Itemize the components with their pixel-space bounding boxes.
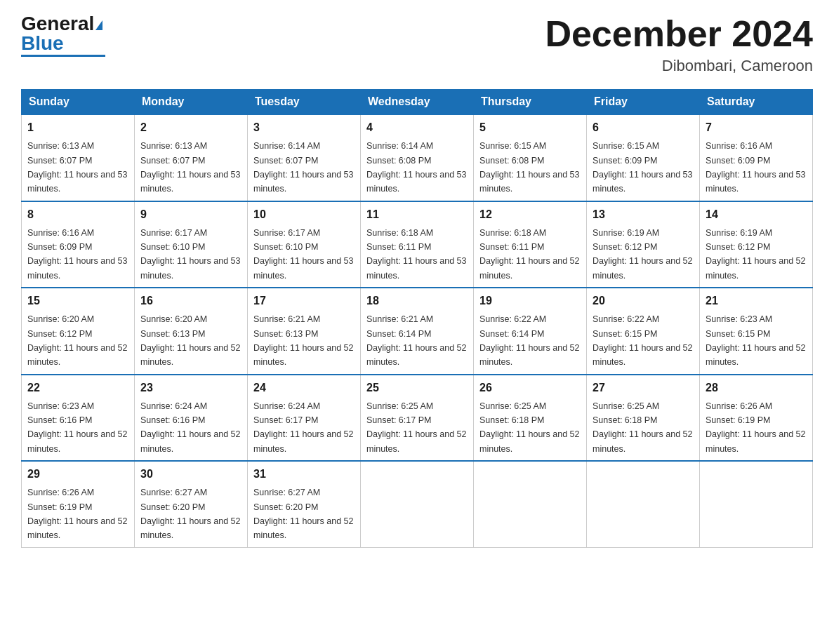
day-number: 20 (593, 293, 694, 309)
day-number: 17 (253, 293, 355, 309)
table-row: 21 Sunrise: 6:23 AMSunset: 6:15 PMDaylig… (700, 288, 813, 375)
day-info: Sunrise: 6:14 AMSunset: 6:07 PMDaylight:… (253, 141, 353, 194)
day-number: 2 (140, 119, 241, 136)
day-info: Sunrise: 6:16 AMSunset: 6:09 PMDaylight:… (27, 228, 127, 281)
table-row: 3 Sunrise: 6:14 AMSunset: 6:07 PMDayligh… (248, 114, 361, 201)
day-info: Sunrise: 6:16 AMSunset: 6:09 PMDaylight:… (706, 141, 805, 194)
day-info: Sunrise: 6:18 AMSunset: 6:11 PMDaylight:… (366, 228, 466, 281)
day-number: 3 (253, 119, 355, 136)
col-sunday: Sunday (22, 90, 135, 115)
calendar-week-row: 22 Sunrise: 6:23 AMSunset: 6:16 PMDaylig… (22, 375, 813, 462)
day-number: 4 (366, 119, 468, 136)
day-info: Sunrise: 6:23 AMSunset: 6:16 PMDaylight:… (27, 401, 127, 454)
table-row: 20 Sunrise: 6:22 AMSunset: 6:15 PMDaylig… (587, 288, 700, 375)
table-row: 18 Sunrise: 6:21 AMSunset: 6:14 PMDaylig… (361, 288, 474, 375)
day-info: Sunrise: 6:21 AMSunset: 6:14 PMDaylight:… (366, 314, 466, 367)
table-row: 27 Sunrise: 6:25 AMSunset: 6:18 PMDaylig… (587, 375, 700, 462)
day-number: 10 (253, 206, 355, 223)
day-info: Sunrise: 6:24 AMSunset: 6:17 PMDaylight:… (253, 401, 353, 454)
title-block: December 2024 Dibombari, Cameroon (545, 14, 813, 75)
day-number: 24 (253, 380, 355, 396)
day-number: 8 (27, 206, 128, 223)
table-row (361, 461, 474, 547)
day-number: 28 (706, 380, 807, 396)
table-row: 7 Sunrise: 6:16 AMSunset: 6:09 PMDayligh… (700, 114, 813, 201)
table-row: 26 Sunrise: 6:25 AMSunset: 6:18 PMDaylig… (474, 375, 587, 462)
day-number: 14 (706, 206, 807, 223)
day-info: Sunrise: 6:19 AMSunset: 6:12 PMDaylight:… (593, 228, 692, 281)
calendar-week-row: 8 Sunrise: 6:16 AMSunset: 6:09 PMDayligh… (22, 201, 813, 288)
day-info: Sunrise: 6:17 AMSunset: 6:10 PMDaylight:… (140, 228, 240, 281)
table-row: 17 Sunrise: 6:21 AMSunset: 6:13 PMDaylig… (248, 288, 361, 375)
table-row: 14 Sunrise: 6:19 AMSunset: 6:12 PMDaylig… (700, 201, 813, 288)
logo-triangle-icon (95, 20, 102, 30)
day-info: Sunrise: 6:21 AMSunset: 6:13 PMDaylight:… (253, 314, 353, 367)
month-title: December 2024 (545, 14, 813, 54)
calendar-week-row: 15 Sunrise: 6:20 AMSunset: 6:12 PMDaylig… (22, 288, 813, 375)
day-info: Sunrise: 6:25 AMSunset: 6:18 PMDaylight:… (593, 401, 692, 454)
day-number: 5 (479, 119, 581, 136)
day-info: Sunrise: 6:23 AMSunset: 6:15 PMDaylight:… (706, 314, 805, 367)
table-row: 10 Sunrise: 6:17 AMSunset: 6:10 PMDaylig… (248, 201, 361, 288)
table-row (700, 461, 813, 547)
location-title: Dibombari, Cameroon (545, 57, 813, 75)
table-row: 12 Sunrise: 6:18 AMSunset: 6:11 PMDaylig… (474, 201, 587, 288)
day-number: 15 (27, 293, 128, 309)
day-number: 11 (366, 206, 468, 223)
day-info: Sunrise: 6:15 AMSunset: 6:08 PMDaylight:… (479, 141, 579, 194)
day-number: 16 (140, 293, 241, 309)
day-number: 26 (479, 380, 581, 396)
table-row: 15 Sunrise: 6:20 AMSunset: 6:12 PMDaylig… (22, 288, 135, 375)
day-info: Sunrise: 6:27 AMSunset: 6:20 PMDaylight:… (140, 488, 240, 540)
day-number: 18 (366, 293, 468, 309)
table-row: 13 Sunrise: 6:19 AMSunset: 6:12 PMDaylig… (587, 201, 700, 288)
table-row: 11 Sunrise: 6:18 AMSunset: 6:11 PMDaylig… (361, 201, 474, 288)
day-info: Sunrise: 6:13 AMSunset: 6:07 PMDaylight:… (140, 141, 240, 194)
table-row: 16 Sunrise: 6:20 AMSunset: 6:13 PMDaylig… (135, 288, 248, 375)
day-info: Sunrise: 6:20 AMSunset: 6:13 PMDaylight:… (140, 314, 240, 367)
table-row: 19 Sunrise: 6:22 AMSunset: 6:14 PMDaylig… (474, 288, 587, 375)
day-number: 30 (140, 466, 241, 483)
calendar-week-row: 1 Sunrise: 6:13 AMSunset: 6:07 PMDayligh… (22, 114, 813, 201)
day-number: 23 (140, 380, 241, 396)
day-info: Sunrise: 6:14 AMSunset: 6:08 PMDaylight:… (366, 141, 466, 194)
day-info: Sunrise: 6:20 AMSunset: 6:12 PMDaylight:… (27, 314, 127, 367)
table-row (587, 461, 700, 547)
day-number: 12 (479, 206, 581, 223)
table-row: 2 Sunrise: 6:13 AMSunset: 6:07 PMDayligh… (135, 114, 248, 201)
day-info: Sunrise: 6:13 AMSunset: 6:07 PMDaylight:… (27, 141, 127, 194)
day-number: 1 (27, 119, 128, 136)
day-info: Sunrise: 6:25 AMSunset: 6:17 PMDaylight:… (366, 401, 466, 454)
table-row: 5 Sunrise: 6:15 AMSunset: 6:08 PMDayligh… (474, 114, 587, 201)
col-tuesday: Tuesday (248, 90, 361, 115)
table-row: 1 Sunrise: 6:13 AMSunset: 6:07 PMDayligh… (22, 114, 135, 201)
table-row: 23 Sunrise: 6:24 AMSunset: 6:16 PMDaylig… (135, 375, 248, 462)
day-number: 29 (27, 466, 128, 483)
logo-text: General Blue (21, 14, 102, 53)
table-row (474, 461, 587, 547)
day-info: Sunrise: 6:24 AMSunset: 6:16 PMDaylight:… (140, 401, 240, 454)
table-row: 4 Sunrise: 6:14 AMSunset: 6:08 PMDayligh… (361, 114, 474, 201)
logo: General Blue (21, 14, 105, 57)
day-number: 22 (27, 380, 128, 396)
day-info: Sunrise: 6:25 AMSunset: 6:18 PMDaylight:… (479, 401, 579, 454)
col-monday: Monday (135, 90, 248, 115)
table-row: 29 Sunrise: 6:26 AMSunset: 6:19 PMDaylig… (22, 461, 135, 547)
table-row: 9 Sunrise: 6:17 AMSunset: 6:10 PMDayligh… (135, 201, 248, 288)
day-info: Sunrise: 6:15 AMSunset: 6:09 PMDaylight:… (593, 141, 692, 194)
day-number: 31 (253, 466, 355, 483)
table-row: 31 Sunrise: 6:27 AMSunset: 6:20 PMDaylig… (248, 461, 361, 547)
day-number: 19 (479, 293, 581, 309)
col-friday: Friday (587, 90, 700, 115)
table-row: 28 Sunrise: 6:26 AMSunset: 6:19 PMDaylig… (700, 375, 813, 462)
table-row: 30 Sunrise: 6:27 AMSunset: 6:20 PMDaylig… (135, 461, 248, 547)
day-number: 6 (593, 119, 694, 136)
table-row: 6 Sunrise: 6:15 AMSunset: 6:09 PMDayligh… (587, 114, 700, 201)
table-row: 24 Sunrise: 6:24 AMSunset: 6:17 PMDaylig… (248, 375, 361, 462)
table-row: 8 Sunrise: 6:16 AMSunset: 6:09 PMDayligh… (22, 201, 135, 288)
day-info: Sunrise: 6:18 AMSunset: 6:11 PMDaylight:… (479, 228, 579, 281)
table-row: 25 Sunrise: 6:25 AMSunset: 6:17 PMDaylig… (361, 375, 474, 462)
col-thursday: Thursday (474, 90, 587, 115)
day-number: 21 (706, 293, 807, 309)
logo-general: General (21, 13, 94, 34)
